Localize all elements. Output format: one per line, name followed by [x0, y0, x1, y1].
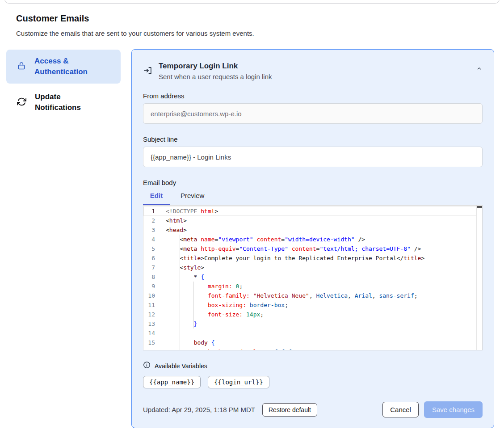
chevron-up-icon — [476, 66, 483, 72]
temporary-login-link-panel: Temporary Login Link Sent when a user re… — [131, 49, 494, 428]
code-text: font-family: "Helvetica Neue", Helvetica… — [155, 291, 418, 300]
collapse-section-button[interactable] — [476, 66, 483, 72]
variable-chip-login-url[interactable]: {{login_url}} — [208, 376, 269, 388]
line-number: 2 — [143, 216, 155, 225]
email-body-tabs: Edit Preview — [143, 192, 483, 205]
line-number: 11 — [143, 300, 155, 310]
panel-subtitle: Sent when a user requests a login link — [159, 73, 272, 80]
line-number: 10 — [143, 291, 155, 300]
sidebar-item-label: Update Notifications — [35, 92, 104, 113]
code-line: 3<head> — [143, 225, 476, 235]
code-line: 7 <style> — [143, 263, 476, 272]
code-text: <!DOCTYPE html> — [155, 206, 218, 216]
line-number: 3 — [143, 225, 155, 235]
subject-line-input[interactable] — [143, 147, 483, 167]
previous-card-bottom-edge — [4, 0, 500, 4]
code-text: <style> — [155, 263, 204, 272]
line-number: 6 — [143, 253, 155, 263]
code-line: 5 <meta http-equiv="Content-Type" conten… — [143, 244, 476, 253]
line-number: 5 — [143, 244, 155, 253]
from-address-input[interactable] — [143, 103, 483, 124]
line-number: 15 — [143, 338, 155, 347]
info-icon — [143, 361, 151, 371]
line-number: 9 — [143, 282, 155, 291]
sidebar-item-update-notifications[interactable]: Update Notifications — [6, 92, 121, 113]
line-number: 1 — [143, 206, 155, 216]
subject-line-label: Subject line — [143, 135, 483, 143]
email-types-sidebar: Access & Authentication Update Notificat… — [6, 50, 121, 113]
page-title: Customer Emails — [16, 13, 89, 24]
code-line: 12 font-size: 14px; — [143, 310, 476, 319]
page-subtitle: Customize the emails that are sent to yo… — [16, 29, 254, 37]
cancel-button[interactable]: Cancel — [382, 402, 419, 417]
line-number: 16 — [143, 347, 155, 350]
code-text: * { — [155, 272, 204, 282]
editor-scrollbar[interactable] — [476, 206, 482, 350]
line-number: 13 — [143, 319, 155, 328]
panel-footer: Updated: Apr 29, 2025, 1:18 PM MDT Resto… — [143, 401, 483, 418]
code-line: 14 — [143, 328, 476, 338]
code-line: 11 box-sizing: border-box; — [143, 300, 476, 310]
available-variables-label: Available Variables — [155, 362, 207, 370]
code-line: 8 * { — [143, 272, 476, 282]
code-text — [155, 328, 166, 338]
code-line: 10 font-family: "Helvetica Neue", Helvet… — [143, 291, 476, 300]
code-line: 9 margin: 0; — [143, 282, 476, 291]
line-number: 8 — [143, 272, 155, 282]
code-line: 2<html> — [143, 216, 476, 225]
variable-chip-app-name[interactable]: {{app_name}} — [143, 376, 201, 388]
line-number: 14 — [143, 328, 155, 338]
editor-scrollbar-thumb[interactable] — [477, 206, 482, 208]
line-number: 4 — [143, 235, 155, 244]
code-text: body { — [155, 338, 215, 347]
code-line: 13 } — [143, 319, 476, 328]
code-text: font-size: 14px; — [155, 310, 264, 319]
code-line: 1<!DOCTYPE html> — [143, 206, 476, 216]
panel-header-text: Temporary Login Link Sent when a user re… — [159, 61, 272, 80]
available-variables-row: Available Variables — [143, 361, 483, 371]
sidebar-item-access-authentication[interactable]: Access & Authentication — [6, 50, 121, 84]
sidebar-item-label: Access & Authentication — [34, 56, 104, 77]
from-address-label: From address — [143, 92, 483, 100]
code-line: 6 <title>Complete your login to the Repl… — [143, 253, 476, 263]
code-text: } — [155, 319, 197, 328]
restore-default-button[interactable]: Restore default — [262, 403, 317, 417]
updated-timestamp: Updated: Apr 29, 2025, 1:18 PM MDT — [143, 406, 255, 413]
code-text: <head> — [155, 225, 187, 235]
code-text: box-sizing: border-box; — [155, 300, 288, 310]
code-text: background-color: #f9f9f9; — [155, 347, 298, 350]
tab-preview[interactable]: Preview — [181, 192, 204, 199]
line-number: 12 — [143, 310, 155, 319]
login-icon — [143, 65, 153, 78]
email-body-label: Email body — [143, 179, 483, 186]
panel-header: Temporary Login Link Sent when a user re… — [143, 61, 483, 80]
code-lines: 1<!DOCTYPE html>2<html>3<head>4 <meta na… — [143, 206, 476, 350]
code-line: 4 <meta name="viewport" content="width=d… — [143, 235, 476, 244]
code-text: <html> — [155, 216, 187, 225]
save-changes-button[interactable]: Save changes — [424, 401, 483, 418]
tab-edit[interactable]: Edit — [143, 192, 170, 199]
code-text: <meta name="viewport" content="width=dev… — [155, 235, 365, 244]
variable-chips: {{app_name}} {{login_url}} — [143, 376, 483, 388]
line-number: 7 — [143, 263, 155, 272]
email-body-code-editor[interactable]: 1<!DOCTYPE html>2<html>3<head>4 <meta na… — [143, 205, 483, 350]
lock-icon — [17, 61, 26, 72]
code-text: <title>Complete your login to the Replic… — [155, 253, 424, 263]
code-text: <meta http-equiv="Content-Type" content=… — [155, 244, 421, 253]
sync-icon — [17, 97, 26, 108]
panel-title: Temporary Login Link — [159, 61, 272, 71]
code-text: margin: 0; — [155, 282, 243, 291]
code-line: 16 background-color: #f9f9f9; — [143, 347, 476, 350]
code-line: 15 body { — [143, 338, 476, 347]
